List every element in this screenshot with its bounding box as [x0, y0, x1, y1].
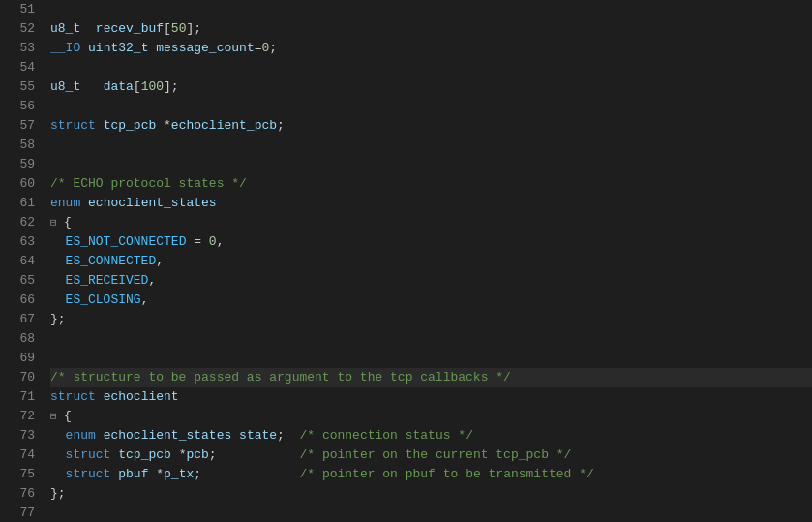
- code-line-55: u8_t data[100];: [50, 77, 812, 97]
- code-line-66: ES_CLOSING,: [50, 291, 812, 310]
- fold-icon-62[interactable]: ⊟: [50, 213, 64, 232]
- code-line-68: [50, 329, 812, 349]
- line-num-52: 52: [8, 19, 35, 39]
- code-line-67: };: [50, 310, 812, 329]
- line-num-75: 75: [8, 465, 35, 484]
- code-line-60: /* ECHO protocol states */: [50, 174, 812, 194]
- code-line-51: [50, 0, 812, 19]
- code-line-64: ES_CONNECTED,: [50, 252, 812, 271]
- line-num-56: 56: [8, 97, 35, 116]
- code-line-58: [50, 136, 812, 155]
- code-line-73: enum echoclient_states state; /* connect…: [50, 426, 812, 445]
- code-line-65: ES_RECEIVED,: [50, 271, 812, 291]
- line-num-53: 53: [8, 39, 35, 58]
- line-num-59: 59: [8, 155, 35, 174]
- code-line-72: ⊟{: [50, 407, 812, 426]
- code-line-57: struct tcp_pcb *echoclient_pcb;: [50, 116, 812, 136]
- line-num-57: 57: [8, 116, 35, 136]
- line-num-77: 77: [8, 504, 35, 522]
- code-editor: 51 52 53 54 55 56 57 58 59 60 61 62 63 6…: [0, 0, 812, 522]
- code-line-70: /* structure to be passed as argument to…: [50, 368, 812, 387]
- line-num-63: 63: [8, 232, 35, 252]
- line-num-55: 55: [8, 77, 35, 97]
- line-num-72: 72: [8, 407, 35, 426]
- line-num-65: 65: [8, 271, 35, 291]
- code-line-56: [50, 97, 812, 116]
- code-line-62: ⊟{: [50, 213, 812, 232]
- line-num-54: 54: [8, 58, 35, 77]
- line-num-51: 51: [8, 0, 35, 19]
- line-num-71: 71: [8, 387, 35, 407]
- line-num-62: 62: [8, 213, 35, 232]
- line-num-67: 67: [8, 310, 35, 329]
- line-num-60: 60: [8, 174, 35, 194]
- code-line-59: [50, 155, 812, 174]
- line-num-66: 66: [8, 291, 35, 310]
- code-line-61: enum echoclient_states: [50, 194, 812, 213]
- code-line-75: struct pbuf *p_tx; /* pointer on pbuf to…: [50, 465, 812, 484]
- line-num-69: 69: [8, 349, 35, 368]
- line-numbers: 51 52 53 54 55 56 57 58 59 60 61 62 63 6…: [0, 0, 43, 522]
- fold-icon-72[interactable]: ⊟: [50, 407, 64, 426]
- line-num-58: 58: [8, 136, 35, 155]
- line-num-74: 74: [8, 445, 35, 465]
- line-num-76: 76: [8, 484, 35, 504]
- code-line-69: [50, 349, 812, 368]
- line-num-70: 70: [8, 368, 35, 387]
- code-line-77: [50, 504, 812, 522]
- code-line-63: ES_NOT_CONNECTED = 0,: [50, 232, 812, 252]
- line-num-61: 61: [8, 194, 35, 213]
- code-line-76: };: [50, 484, 812, 504]
- line-num-64: 64: [8, 252, 35, 271]
- code-line-54: [50, 58, 812, 77]
- code-line-71: struct echoclient: [50, 387, 812, 407]
- code-line-74: struct tcp_pcb *pcb; /* pointer on the c…: [50, 445, 812, 465]
- line-num-68: 68: [8, 329, 35, 349]
- code-line-53: __IO uint32_t message_count=0;: [50, 39, 812, 58]
- code-line-52: u8_t recev_buf[50];: [50, 19, 812, 39]
- code-area[interactable]: u8_t recev_buf[50]; __IO uint32_t messag…: [43, 0, 812, 522]
- line-num-73: 73: [8, 426, 35, 445]
